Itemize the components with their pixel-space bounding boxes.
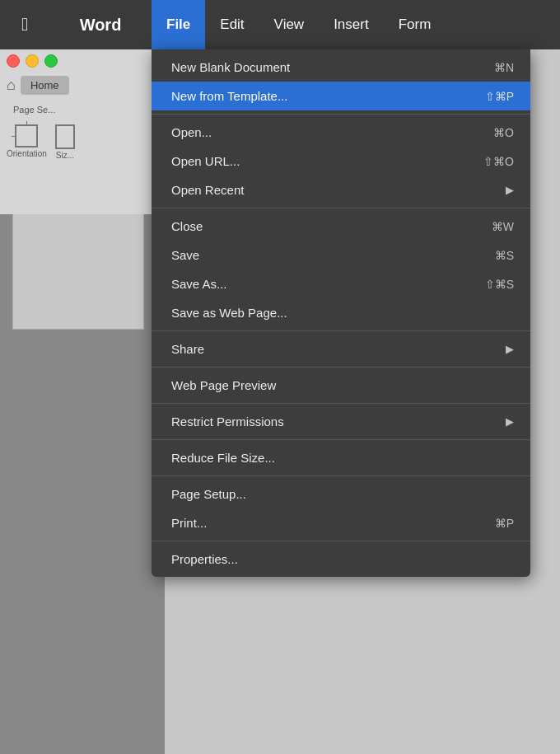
restrict-permissions-arrow-icon: ▶ <box>506 415 514 428</box>
apple-icon:  <box>21 14 28 35</box>
menu-section-share: Share ▶ <box>152 330 530 367</box>
document-area <box>0 148 165 754</box>
menu-section-print: Page Setup... Print... ⌘P <box>152 475 530 541</box>
menu-section-permissions: Restrict Permissions ▶ <box>152 403 530 439</box>
open-recent-arrow-icon: ▶ <box>506 184 514 196</box>
app-name[interactable]: Word <box>49 0 152 49</box>
minimize-window-button[interactable] <box>26 54 39 68</box>
print-item[interactable]: Print... ⌘P <box>152 508 530 537</box>
save-as-item[interactable]: Save As... ⇧⌘S <box>152 269 530 298</box>
menu-section-properties: Properties... <box>152 541 530 577</box>
new-blank-document-item[interactable]: New Blank Document ⌘N <box>152 53 530 82</box>
edit-menu[interactable]: Edit <box>205 0 259 49</box>
share-arrow-icon: ▶ <box>506 343 514 355</box>
close-item[interactable]: Close ⌘W <box>152 212 530 241</box>
restrict-permissions-item[interactable]: Restrict Permissions ▶ <box>152 407 530 436</box>
open-recent-item[interactable]: Open Recent ▶ <box>152 176 530 204</box>
save-as-web-page-item[interactable]: Save as Web Page... <box>152 298 530 327</box>
open-item[interactable]: Open... ⌘O <box>152 118 530 147</box>
toolbar-area: ⌂ Home Page Se... Orientation Siz... <box>0 49 165 214</box>
file-menu[interactable]: File <box>152 0 205 49</box>
menu-section-save: Close ⌘W Save ⌘S Save As... ⇧⌘S Save as … <box>152 208 530 330</box>
size-label: Siz... <box>56 151 74 160</box>
fullscreen-window-button[interactable] <box>44 54 58 68</box>
menu-bar:  Word File Edit View Insert Form <box>0 0 560 49</box>
web-page-preview-item[interactable]: Web Page Preview <box>152 371 530 400</box>
file-dropdown-menu: New Blank Document ⌘N New from Template.… <box>152 49 530 577</box>
menu-section-reduce: Reduce File Size... <box>152 439 530 475</box>
home-tab-label: Home <box>30 79 59 91</box>
view-menu[interactable]: View <box>259 0 320 49</box>
traffic-lights <box>0 49 165 73</box>
save-item[interactable]: Save ⌘S <box>152 241 530 269</box>
menu-section-preview: Web Page Preview <box>152 367 530 403</box>
page-setup-item[interactable]: Page Setup... <box>152 480 530 508</box>
share-item[interactable]: Share ▶ <box>152 335 530 363</box>
home-tab[interactable]: Home <box>21 76 69 95</box>
new-from-template-item[interactable]: New from Template... ⇧⌘P <box>152 82 530 110</box>
menu-section-open: Open... ⌘O Open URL... ⇧⌘O Open Recent ▶ <box>152 114 530 208</box>
open-url-item[interactable]: Open URL... ⇧⌘O <box>152 147 530 176</box>
close-window-button[interactable] <box>7 54 20 68</box>
insert-menu[interactable]: Insert <box>319 0 384 49</box>
format-menu[interactable]: Form <box>384 0 446 49</box>
reduce-file-size-item[interactable]: Reduce File Size... <box>152 443 530 472</box>
menu-section-new: New Blank Document ⌘N New from Template.… <box>152 49 530 114</box>
apple-menu[interactable]:  <box>0 0 49 49</box>
properties-item[interactable]: Properties... <box>152 545 530 574</box>
page-setup-label: Page Se... <box>7 103 62 116</box>
orientation-label: Orientation <box>7 149 47 158</box>
